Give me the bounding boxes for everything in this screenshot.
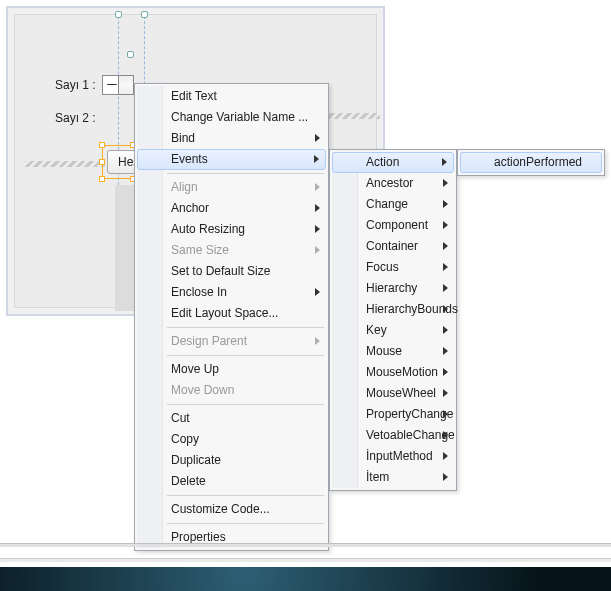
chevron-right-icon — [443, 305, 448, 313]
menu-design-parent: Design Parent — [137, 331, 326, 352]
menu-set-default-size[interactable]: Set to Default Size — [137, 261, 326, 282]
chevron-right-icon — [443, 242, 448, 250]
chevron-right-icon — [443, 221, 448, 229]
menu-events-mouse-motion[interactable]: MouseMotion — [332, 362, 454, 383]
menu-anchor[interactable]: Anchor — [137, 198, 326, 219]
menu-events-mouse[interactable]: Mouse — [332, 341, 454, 362]
menu-events-property-change[interactable]: PropertyChange — [332, 404, 454, 425]
menu-events-action[interactable]: Action — [332, 152, 454, 173]
menu-events-mouse-wheel[interactable]: MouseWheel — [332, 383, 454, 404]
chevron-right-icon — [443, 452, 448, 460]
menu-events-ancestor[interactable]: Ancestor — [332, 173, 454, 194]
panel-divider — [0, 558, 611, 562]
spinner-sayi1[interactable]: ---- — [102, 75, 134, 95]
menu-events-key[interactable]: Key — [332, 320, 454, 341]
label-sayi1: Sayı 1 : — [55, 78, 96, 92]
menu-events-vetoable-change[interactable]: VetoableChange — [332, 425, 454, 446]
menu-bind[interactable]: Bind — [137, 128, 326, 149]
spinner-value: ---- — [107, 78, 116, 89]
chevron-right-icon — [315, 246, 320, 254]
menu-move-up[interactable]: Move Up — [137, 359, 326, 380]
menu-events[interactable]: Events — [137, 149, 326, 170]
chevron-right-icon — [442, 158, 447, 166]
menu-events-item[interactable]: İtem — [332, 467, 454, 488]
menu-separator — [167, 495, 324, 496]
chevron-right-icon — [315, 225, 320, 233]
menu-same-size: Same Size — [137, 240, 326, 261]
menu-delete[interactable]: Delete — [137, 471, 326, 492]
menu-events-hierarchy-bounds[interactable]: HierarchyBounds — [332, 299, 454, 320]
menu-events-hierarchy[interactable]: Hierarchy — [332, 278, 454, 299]
chevron-right-icon — [314, 155, 319, 163]
chevron-right-icon — [443, 200, 448, 208]
row-sayi2: Sayı 2 : — [55, 111, 96, 125]
context-menu-action[interactable]: actionPerformed — [457, 149, 605, 176]
chevron-right-icon — [443, 347, 448, 355]
menu-action-performed[interactable]: actionPerformed — [460, 152, 602, 173]
chevron-right-icon — [443, 368, 448, 376]
menu-cut[interactable]: Cut — [137, 408, 326, 429]
menu-events-input-method[interactable]: İnputMethod — [332, 446, 454, 467]
menu-separator — [167, 523, 324, 524]
panel-divider — [0, 543, 611, 547]
menu-edit-text[interactable]: Edit Text — [137, 86, 326, 107]
menu-separator — [167, 355, 324, 356]
chevron-right-icon — [315, 204, 320, 212]
menu-align: Align — [137, 177, 326, 198]
chevron-right-icon — [443, 389, 448, 397]
menu-customize-code[interactable]: Customize Code... — [137, 499, 326, 520]
menu-separator — [167, 173, 324, 174]
layout-zigzag — [25, 161, 105, 167]
guide-handle[interactable] — [127, 51, 134, 58]
menu-events-container[interactable]: Container — [332, 236, 454, 257]
guide-handle[interactable] — [115, 11, 122, 18]
menu-events-focus[interactable]: Focus — [332, 257, 454, 278]
menu-events-change[interactable]: Change — [332, 194, 454, 215]
chevron-right-icon — [315, 288, 320, 296]
guide-handle[interactable] — [141, 11, 148, 18]
taskbar — [0, 567, 611, 591]
menu-auto-resizing[interactable]: Auto Resizing — [137, 219, 326, 240]
row-sayi1: Sayı 1 : ---- — [55, 75, 134, 95]
menu-move-down: Move Down — [137, 380, 326, 401]
label-sayi2: Sayı 2 : — [55, 111, 96, 125]
context-menu-events[interactable]: Action Ancestor Change Component Contain… — [329, 149, 457, 491]
chevron-right-icon — [443, 473, 448, 481]
menu-change-variable-name[interactable]: Change Variable Name ... — [137, 107, 326, 128]
context-menu-main[interactable]: Edit Text Change Variable Name ... Bind … — [134, 83, 329, 551]
menu-edit-layout-space[interactable]: Edit Layout Space... — [137, 303, 326, 324]
menu-copy[interactable]: Copy — [137, 429, 326, 450]
chevron-right-icon — [315, 134, 320, 142]
chevron-right-icon — [443, 284, 448, 292]
menu-enclose-in[interactable]: Enclose In — [137, 282, 326, 303]
chevron-right-icon — [443, 179, 448, 187]
menu-events-component[interactable]: Component — [332, 215, 454, 236]
menu-separator — [167, 404, 324, 405]
chevron-right-icon — [443, 326, 448, 334]
chevron-right-icon — [443, 431, 448, 439]
menu-duplicate[interactable]: Duplicate — [137, 450, 326, 471]
chevron-right-icon — [315, 337, 320, 345]
chevron-right-icon — [443, 410, 448, 418]
menu-separator — [167, 327, 324, 328]
chevron-right-icon — [443, 263, 448, 271]
chevron-right-icon — [315, 183, 320, 191]
